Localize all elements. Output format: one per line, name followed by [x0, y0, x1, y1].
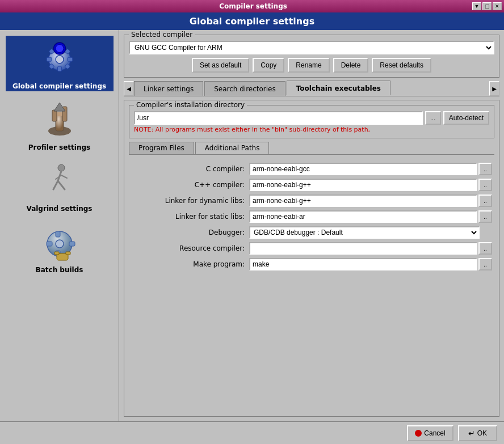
- sidebar-item-valgrind[interactable]: Valgrind settings: [6, 158, 114, 214]
- ok-arrow: ↵: [468, 429, 475, 438]
- cpp-compiler-label: C++ compiler:: [131, 181, 245, 189]
- sub-tabs: Program Files Additional Paths: [129, 142, 494, 155]
- linker-dynamic-row: ..: [249, 194, 492, 207]
- svg-rect-31: [54, 252, 59, 255]
- sidebar-item-batch-label: Batch builds: [33, 265, 86, 275]
- svg-line-20: [53, 181, 58, 189]
- profiler-icon: [37, 97, 82, 142]
- valgrind-icon: [37, 158, 82, 204]
- resource-compiler-input[interactable]: [249, 242, 477, 255]
- svg-point-18: [58, 164, 65, 171]
- ok-button[interactable]: ↵ OK: [458, 425, 497, 441]
- close-button[interactable]: ✕: [493, 2, 502, 10]
- svg-line-21: [58, 181, 65, 189]
- svg-rect-27: [47, 242, 52, 246]
- cancel-dot: [415, 430, 422, 437]
- copy-button[interactable]: Copy: [253, 58, 284, 73]
- make-program-label: Make program:: [131, 260, 245, 268]
- svg-rect-15: [52, 110, 57, 121]
- bottom-bar: Cancel ↵ OK: [0, 421, 504, 444]
- content-area: Global compiler settings: [0, 30, 504, 421]
- svg-rect-4: [68, 57, 73, 61]
- c-compiler-browse-button[interactable]: ..: [478, 163, 492, 175]
- install-dir-input[interactable]: [134, 111, 423, 125]
- c-compiler-row: ..: [249, 163, 492, 175]
- maximize-button[interactable]: ▢: [482, 2, 492, 10]
- make-program-input[interactable]: [249, 258, 477, 270]
- sidebar: Global compiler settings: [0, 30, 119, 421]
- sidebar-item-global-compiler[interactable]: Global compiler settings: [6, 36, 114, 91]
- browse-install-dir-button[interactable]: ...: [425, 111, 441, 125]
- linker-static-label: Linker for static libs:: [131, 213, 245, 221]
- resource-compiler-browse-button[interactable]: ..: [478, 242, 492, 255]
- window-title: Global compiler settings: [0, 12, 504, 30]
- linker-static-input[interactable]: [249, 210, 477, 223]
- minimize-button[interactable]: ▼: [472, 2, 481, 10]
- dir-input-row: ... Auto-detect: [134, 111, 489, 125]
- linker-dynamic-label: Linker for dynamic libs:: [131, 197, 245, 205]
- linker-dynamic-input[interactable]: [249, 194, 477, 207]
- sidebar-item-profiler[interactable]: Profiler settings: [6, 97, 114, 153]
- compiler-buttons-row: Set as default Copy Rename Delete Reset …: [129, 58, 494, 73]
- title-bar-controls: ▼ ▢ ✕: [472, 2, 504, 10]
- resource-compiler-row: ..: [249, 242, 492, 255]
- selected-compiler-title: Selected compiler: [129, 31, 195, 39]
- main-panel: Selected compiler GNU GCC Compiler for A…: [119, 30, 504, 421]
- global-compiler-icon: [37, 36, 82, 81]
- main-window: Global compiler settings: [0, 12, 504, 444]
- install-dir-group: Compiler's installation directory ... Au…: [129, 105, 494, 138]
- batch-icon: [37, 219, 82, 265]
- title-bar-text: Compiler settings: [34, 2, 472, 10]
- tab-toolchain-executables[interactable]: Toolchain executables: [287, 81, 390, 95]
- cancel-button[interactable]: Cancel: [407, 425, 453, 441]
- linker-dynamic-browse-button[interactable]: ..: [478, 194, 492, 207]
- debugger-label: Debugger:: [131, 229, 245, 236]
- form-table: C compiler: .. C++ compiler: .. Linker f…: [129, 158, 494, 275]
- ok-label: OK: [477, 429, 487, 437]
- c-compiler-input[interactable]: [249, 163, 477, 175]
- delete-button[interactable]: Delete: [333, 58, 369, 73]
- install-dir-note: NOTE: All programs must exist either in …: [134, 126, 489, 133]
- inner-panel: Compiler's installation directory ... Au…: [124, 100, 499, 417]
- linker-static-browse-button[interactable]: ..: [478, 210, 492, 223]
- tab-right-arrow[interactable]: ▶: [489, 81, 499, 96]
- svg-point-9: [56, 56, 64, 64]
- title-bar: Compiler settings ▼ ▢ ✕: [0, 0, 504, 12]
- svg-point-11: [56, 45, 64, 53]
- compiler-select-row: GNU GCC Compiler for ARM: [129, 41, 494, 54]
- debugger-select[interactable]: GDB/CDB debugger : Default: [249, 226, 480, 239]
- tab-linker-settings[interactable]: Linker settings: [134, 81, 203, 96]
- cpp-compiler-browse-button[interactable]: ..: [478, 179, 492, 191]
- linker-static-row: ..: [249, 210, 492, 223]
- sidebar-item-batch[interactable]: Batch builds: [6, 219, 114, 275]
- set-default-button[interactable]: Set as default: [192, 58, 249, 73]
- tabs-container: ◀ Linker settings Search directories Too…: [124, 81, 499, 96]
- sidebar-item-global-compiler-label: Global compiler settings: [10, 81, 108, 91]
- svg-rect-25: [56, 231, 60, 237]
- sub-tab-additional-paths[interactable]: Additional Paths: [195, 142, 270, 154]
- reset-defaults-button[interactable]: Reset defaults: [372, 58, 431, 73]
- sub-tab-program-files[interactable]: Program Files: [129, 142, 194, 154]
- selected-compiler-group: Selected compiler GNU GCC Compiler for A…: [124, 35, 499, 78]
- resource-compiler-label: Resource compiler:: [131, 244, 245, 252]
- sidebar-item-valgrind-label: Valgrind settings: [24, 204, 95, 214]
- svg-rect-32: [66, 252, 70, 255]
- svg-point-29: [56, 240, 64, 248]
- cpp-compiler-row: ..: [249, 179, 492, 191]
- tab-search-directories[interactable]: Search directories: [204, 81, 285, 96]
- make-program-row: ..: [249, 258, 492, 270]
- install-dir-title: Compiler's installation directory: [134, 101, 247, 109]
- svg-line-23: [61, 175, 67, 178]
- cpp-compiler-input[interactable]: [249, 179, 477, 191]
- svg-rect-2: [57, 66, 61, 71]
- tab-left-arrow[interactable]: ◀: [124, 81, 134, 96]
- svg-rect-3: [47, 57, 52, 61]
- compiler-select[interactable]: GNU GCC Compiler for ARM: [129, 41, 494, 54]
- make-program-browse-button[interactable]: ..: [478, 258, 492, 270]
- sidebar-item-profiler-label: Profiler settings: [26, 142, 93, 153]
- cancel-label: Cancel: [424, 429, 445, 437]
- auto-detect-button[interactable]: Auto-detect: [443, 111, 489, 125]
- c-compiler-label: C compiler:: [131, 165, 245, 173]
- svg-rect-28: [69, 242, 75, 246]
- rename-button[interactable]: Rename: [288, 58, 329, 73]
